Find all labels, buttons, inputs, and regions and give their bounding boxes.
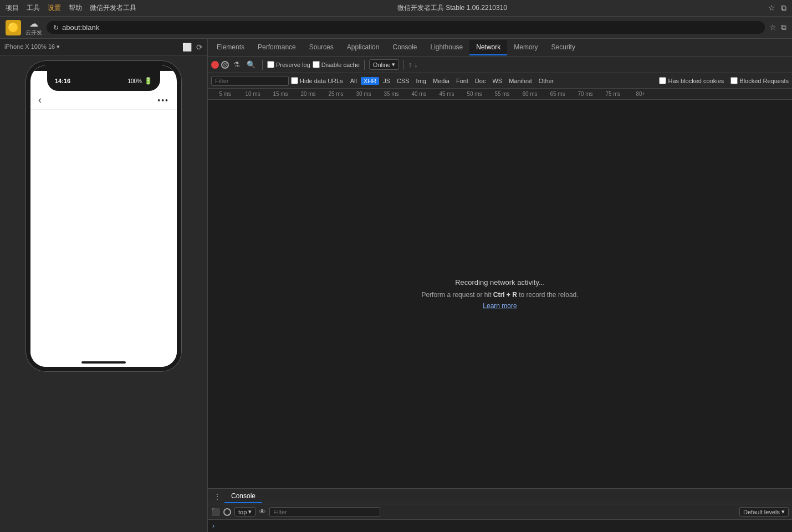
filter-tag-css[interactable]: CSS [394, 77, 412, 85]
blocked-requests-checkbox[interactable] [730, 77, 738, 84]
bookmark-icon[interactable]: ☆ [769, 23, 776, 32]
tab-console[interactable]: Console [224, 490, 262, 503]
star-icon[interactable]: ☆ [768, 3, 775, 13]
blocked-requests-label[interactable]: Blocked Requests [730, 77, 789, 84]
network-content-area: Recording network activity... Perform a … [208, 100, 792, 488]
phone-back-button[interactable]: ‹ [38, 94, 42, 106]
filter-tag-img[interactable]: Img [413, 77, 429, 85]
disable-cache-checkbox[interactable] [313, 61, 320, 68]
filter-input-wrap[interactable] [211, 76, 289, 86]
menu-tools[interactable]: 工具 [27, 3, 40, 13]
default-levels-select[interactable]: Default levels ▾ [739, 507, 789, 516]
phone-frame: 14:16 100% 🔋 ‹ ••• [26, 61, 181, 371]
has-blocked-label[interactable]: Has blocked cookies [659, 77, 724, 84]
console-eye-button[interactable]: 👁 [259, 508, 266, 516]
has-blocked-checkbox[interactable] [659, 77, 666, 84]
tab-lighthouse[interactable]: Lighthouse [424, 40, 470, 55]
console-clear-button[interactable] [223, 508, 231, 516]
filter-tag-doc[interactable]: Doc [472, 77, 489, 85]
filter-tags[interactable]: All XHR JS CSS Img Media Font Doc WS Man… [348, 77, 557, 85]
tab-memory[interactable]: Memory [507, 40, 544, 55]
filter-icon-button[interactable]: ⚗ [231, 59, 242, 70]
console-sidebar-button[interactable]: ⬛ [211, 508, 220, 516]
disable-cache-text: Disable cache [321, 62, 360, 68]
app-logo: 🟡 [6, 20, 21, 35]
phone-more-button[interactable]: ••• [157, 96, 169, 105]
phone-simulator-panel: iPhone X 100% 16 ▾ ⬜ ⟳ 14:16 100% 🔋 [0, 39, 208, 532]
tab-application[interactable]: Application [340, 40, 386, 55]
console-prompt[interactable]: › [212, 522, 788, 530]
title-bar-menu[interactable]: 项目 工具 设置 帮助 微信开发者工具 [6, 3, 136, 13]
filter-input[interactable] [215, 78, 285, 84]
tab-sources[interactable]: Sources [303, 40, 340, 55]
url-input[interactable] [62, 23, 758, 32]
phone-rotate-icon[interactable]: ⟳ [196, 43, 203, 52]
tab-console-top[interactable]: Console [386, 40, 423, 55]
ruler-tick-1: 5 ms [211, 91, 239, 97]
filter-tag-media[interactable]: Media [430, 77, 452, 85]
app-title: 微信开发者工具 Stable 1.06.2210310 [397, 3, 507, 13]
console-filter-input[interactable] [269, 507, 380, 517]
address-bar-actions[interactable]: ☆ ⧉ [769, 23, 786, 32]
separator-3 [403, 60, 404, 70]
layers-icon[interactable]: ⧉ [781, 3, 786, 13]
console-content: › [208, 520, 792, 532]
ruler-tick-9: 45 ms [433, 91, 461, 97]
search-icon-button[interactable]: 🔍 [244, 59, 258, 70]
logo-emoji: 🟡 [8, 22, 19, 33]
hide-data-label[interactable]: Hide data URLs [291, 77, 343, 84]
throttle-select[interactable]: Online ▾ [369, 59, 399, 70]
filter-tag-other[interactable]: Other [536, 77, 557, 85]
tab-security[interactable]: Security [545, 40, 582, 55]
tab-elements[interactable]: Elements [210, 40, 251, 55]
filter-tag-manifest[interactable]: Manifest [506, 77, 535, 85]
learn-more-link[interactable]: Learn more [483, 302, 517, 310]
battery-icon: 🔋 [144, 77, 152, 85]
phone-screen-icon[interactable]: ⬜ [182, 43, 192, 52]
device-label[interactable]: iPhone X 100% 16 ▾ [4, 43, 60, 50]
clear-button[interactable]: ⊘ [221, 61, 229, 69]
phone-nav-bar: ‹ ••• [30, 91, 177, 110]
filter-tag-xhr[interactable]: XHR [361, 77, 379, 85]
cloud-dev-button[interactable]: ☁ 云开发 [25, 18, 42, 37]
ruler-tick-2: 10 ms [239, 91, 267, 97]
phone-top-bar-icons[interactable]: ⬜ ⟳ [182, 43, 203, 52]
console-context-select[interactable]: top ▾ [234, 507, 256, 516]
ruler-tick-10: 50 ms [461, 91, 488, 97]
preserve-log-label[interactable]: Preserve log [267, 61, 310, 68]
filter-tag-ws[interactable]: WS [489, 77, 505, 85]
devtools-tabs[interactable]: Elements Performance Sources Application… [208, 39, 792, 57]
menu-project[interactable]: 项目 [6, 3, 19, 13]
ruler-tick-7: 35 ms [377, 91, 405, 97]
record-button[interactable] [211, 61, 219, 69]
console-tabs[interactable]: ⋮ Console [208, 489, 792, 504]
console-context-label: top [238, 509, 247, 515]
url-bar[interactable]: ↻ [47, 21, 765, 34]
separator-1 [262, 60, 263, 70]
console-context-arrow: ▾ [248, 508, 252, 515]
upload-icon[interactable]: ↑ [408, 60, 412, 69]
recording-key: Ctrl + R [493, 291, 517, 299]
hide-data-checkbox[interactable] [291, 77, 298, 84]
phone-time: 14:16 [55, 78, 70, 84]
filter-tag-all[interactable]: All [348, 77, 360, 85]
tab-performance[interactable]: Performance [251, 40, 303, 55]
preserve-log-checkbox[interactable] [267, 61, 274, 68]
menu-help[interactable]: 帮助 [69, 3, 82, 13]
ruler-tick-12: 60 ms [516, 91, 544, 97]
filter-tag-font[interactable]: Font [453, 77, 471, 85]
title-bar-actions[interactable]: ☆ ⧉ [768, 3, 786, 13]
ruler-tick-11: 55 ms [488, 91, 516, 97]
filter-tag-js[interactable]: JS [380, 77, 393, 85]
tab-network[interactable]: Network [469, 40, 507, 55]
default-levels-label: Default levels [743, 509, 780, 515]
menu-wechat[interactable]: 微信开发者工具 [90, 3, 136, 13]
title-bar: 项目 工具 设置 帮助 微信开发者工具 微信开发者工具 Stable 1.06.… [0, 0, 792, 17]
separator-2 [364, 60, 365, 70]
download-icon[interactable]: ↓ [414, 60, 418, 69]
menu-settings[interactable]: 设置 [48, 3, 61, 13]
disable-cache-label[interactable]: Disable cache [313, 61, 360, 68]
refresh-icon[interactable]: ↻ [53, 24, 59, 32]
console-menu-button[interactable]: ⋮ [210, 492, 224, 501]
window-icon[interactable]: ⧉ [781, 23, 786, 32]
